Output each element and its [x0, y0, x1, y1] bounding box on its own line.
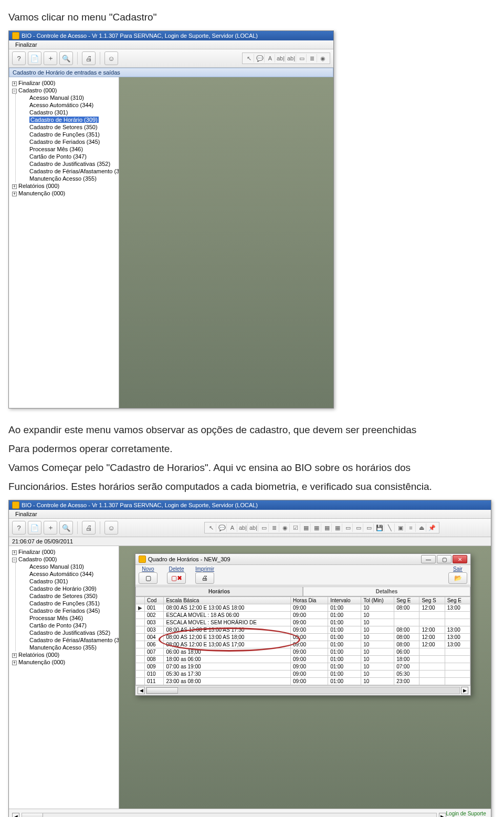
grid-cell[interactable]: 12:00	[419, 604, 445, 612]
imprimir-button[interactable]: 🖨	[195, 572, 214, 584]
grid-cell[interactable]	[445, 612, 470, 619]
tree-item-relatorios[interactable]: +Relatórios (000)	[10, 651, 118, 658]
doc-icon[interactable]: 📄	[28, 51, 41, 65]
maximize-button[interactable]: ▢	[437, 555, 452, 563]
delete-button[interactable]: ▢✖	[167, 572, 186, 584]
grid-cell[interactable]: 10	[361, 656, 394, 663]
rect-icon[interactable]: ▭	[259, 523, 269, 532]
grid-cell[interactable]: 23:00 as 08:00	[164, 678, 291, 685]
grid-cell[interactable]	[419, 648, 445, 656]
pointer-icon[interactable]: ↖	[245, 54, 254, 62]
novo-button[interactable]: ▢	[139, 572, 158, 584]
grid-cell[interactable]: 08:00	[394, 634, 419, 641]
grid-cell[interactable]: 01:00	[328, 619, 361, 626]
grid-cell[interactable]: 001	[145, 604, 164, 612]
scroll-thumb[interactable]	[22, 813, 43, 817]
radio-icon[interactable]: ◉	[318, 54, 328, 62]
panel-icon[interactable]: ▭	[343, 523, 353, 532]
grid-cell[interactable]	[394, 612, 419, 619]
a-icon[interactable]: A	[266, 54, 275, 62]
grid-cell[interactable]: 007	[145, 648, 164, 656]
main-hscroll[interactable]	[22, 813, 437, 817]
chat-icon[interactable]: 💬	[255, 54, 265, 62]
scroll-thumb[interactable]	[146, 687, 178, 694]
table-row[interactable]: 00706:00 as 18;0009:0001:001006:00	[136, 648, 470, 656]
table-row[interactable]: 00408;00 AS 12;00 E 13:00 AS 18;0009:000…	[136, 634, 470, 641]
grid-cell[interactable]: 009	[145, 663, 164, 671]
grid-cell[interactable]: 10	[361, 604, 394, 612]
tab-horarios[interactable]: Horários	[135, 586, 303, 596]
a-icon[interactable]: A	[228, 523, 237, 532]
tree-item[interactable]: Acesso Automático (344)	[27, 101, 118, 109]
horarios-grid[interactable]: CodEscala BásicaHoras DiaIntervaloTol (M…	[135, 596, 470, 685]
grid-cell[interactable]: 12:00	[419, 634, 445, 641]
grid-cell[interactable]: 12:00	[419, 626, 445, 634]
grid-cell[interactable]: 05:30	[394, 671, 419, 678]
table-row[interactable]: 00818:00 as 06:0009:0001:001018:00	[136, 656, 470, 663]
grid-cell[interactable]: 09:00	[290, 678, 328, 685]
tree-item[interactable]: Manutenção Acesso (355)	[27, 175, 118, 182]
scroll-left-icon[interactable]: ◀	[12, 813, 19, 817]
grid-cell[interactable]: 09:00	[290, 671, 328, 678]
grid-cell[interactable]: 01:00	[328, 626, 361, 634]
grid-cell[interactable]: 01:00	[328, 663, 361, 671]
frame-icon[interactable]: ▭	[364, 523, 374, 532]
tree-item[interactable]: Cadastro (301)	[27, 109, 118, 116]
grid-cell[interactable]: 13:00	[445, 604, 470, 612]
help-icon[interactable]: ?	[12, 521, 26, 535]
grid-cell[interactable]: 12:00	[419, 641, 445, 648]
preview-icon[interactable]: 🔍	[59, 51, 73, 65]
grid-cell[interactable]: 13:00	[445, 634, 470, 641]
grid-cell[interactable]: 08;00 AS 12;00 E 13:00 AS 18;00	[164, 634, 291, 641]
tree-item[interactable]: Cadastro de Férias/Afastamento (3	[27, 167, 118, 175]
plus-icon[interactable]: ＋	[44, 51, 57, 65]
grid-cell[interactable]: 010	[145, 671, 164, 678]
tree-item[interactable]: Cadastro (301)	[27, 578, 118, 585]
grid-cell[interactable]: 09:00	[290, 641, 328, 648]
grid-cell[interactable]: 23:00	[394, 678, 419, 685]
rect-icon[interactable]: ▭	[297, 54, 307, 62]
menu-finalizar[interactable]: Finalizar	[12, 510, 40, 518]
ab-icon[interactable]: ab|	[238, 523, 248, 532]
grid-cell[interactable]: 09:00	[290, 612, 328, 619]
grid-cell[interactable]: 01:00	[328, 656, 361, 663]
tree-item-finalizar[interactable]: +Finalizar (000)	[10, 79, 118, 87]
pin-icon[interactable]: 📌	[427, 523, 437, 532]
tree-item[interactable]: Cartão de Ponto (347)	[27, 153, 118, 160]
check-icon[interactable]: ☑	[291, 523, 300, 532]
print-icon[interactable]: 🖨	[82, 521, 96, 535]
grid-cell[interactable]: 10	[361, 648, 394, 656]
grid-cell[interactable]: 01:00	[328, 612, 361, 619]
grid-icon[interactable]: ▦	[301, 523, 311, 532]
tree-item-cadastro[interactable]: −Cadastro (000)	[10, 87, 118, 94]
tree-item[interactable]: Cadastro de Horário (309)	[27, 585, 118, 592]
grid-cell[interactable]: 09:00	[290, 626, 328, 634]
grid-cell[interactable]: 01:00	[328, 671, 361, 678]
tree-item[interactable]: Cadastro de Setores (350)	[27, 123, 118, 131]
scroll-left-icon[interactable]: ◀	[138, 687, 145, 694]
grid-cell[interactable]: 011	[145, 678, 164, 685]
table-row[interactable]: 00907:00 as 19:0009:0001:001007:00	[136, 663, 470, 671]
grid-cell[interactable]: 13:00	[445, 626, 470, 634]
grid-cell[interactable]: 07:00 as 19:00	[164, 663, 291, 671]
grid-cell[interactable]: 18:00	[394, 656, 419, 663]
grid-col-header[interactable]: Seg S	[419, 597, 445, 604]
radio-icon[interactable]: ◉	[280, 523, 290, 532]
grid-cell[interactable]: 08;00 AS 12:00 E 13;00 AS 17;00	[164, 641, 291, 648]
table-row[interactable]: 00608;00 AS 12:00 E 13;00 AS 17;0009:000…	[136, 641, 470, 648]
tree-pane[interactable]: +Finalizar (000) −Cadastro (000) Acesso …	[9, 77, 119, 408]
grid-cell[interactable]: 008	[145, 656, 164, 663]
abl-icon[interactable]: ab|	[249, 523, 258, 532]
grid-cell[interactable]: 01:00	[328, 648, 361, 656]
grid-cell[interactable]: 01:00	[328, 604, 361, 612]
tree-item-relatorios[interactable]: +Relatórios (000)	[10, 182, 118, 190]
grid-cell[interactable]: 09:00	[290, 663, 328, 671]
help-icon[interactable]: ?	[12, 51, 26, 65]
grid-cell[interactable]: 002	[145, 612, 164, 619]
tree-item[interactable]: Cadastro de Setores (350)	[27, 592, 118, 600]
grid-col-header[interactable]: Escala Básica	[164, 597, 291, 604]
grid-cell[interactable]: 10	[361, 634, 394, 641]
grid-cell[interactable]: 01:00	[328, 634, 361, 641]
smiley-icon[interactable]: ☺	[104, 51, 118, 65]
table-row[interactable]: 00308:00 AS 12:00 E 13:00 AS 17:3009:000…	[136, 626, 470, 634]
